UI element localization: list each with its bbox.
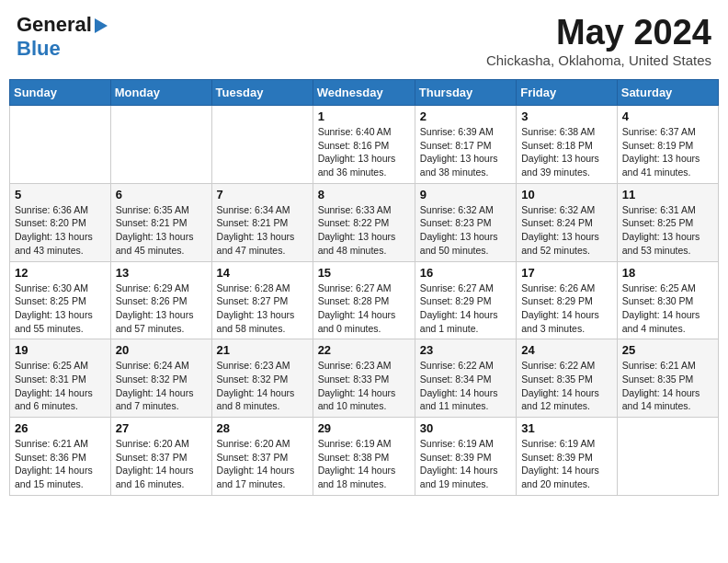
calendar-day-header: Monday (110, 80, 211, 106)
day-number: 23 (420, 343, 511, 357)
logo: General Blue (17, 13, 108, 61)
calendar-day-header: Saturday (617, 80, 718, 106)
calendar-cell: 3Sunrise: 6:38 AMSunset: 8:18 PMDaylight… (517, 106, 618, 184)
day-number: 24 (521, 343, 612, 357)
calendar-cell: 24Sunrise: 6:22 AMSunset: 8:35 PMDayligh… (517, 339, 618, 418)
day-number: 28 (217, 421, 308, 435)
calendar-cell: 28Sunrise: 6:20 AMSunset: 8:37 PMDayligh… (211, 418, 313, 496)
logo-general: General (17, 13, 92, 37)
calendar-day-header: Thursday (415, 80, 516, 106)
day-info: Sunrise: 6:33 AMSunset: 8:22 PMDaylight:… (318, 203, 410, 258)
calendar-cell (10, 106, 111, 184)
day-number: 14 (217, 266, 308, 280)
day-number: 15 (318, 266, 410, 280)
calendar-cell: 1Sunrise: 6:40 AMSunset: 8:16 PMDaylight… (313, 106, 415, 184)
page-header: General Blue May 2024 Chickasha, Oklahom… (9, 9, 719, 72)
day-number: 19 (15, 343, 106, 357)
calendar-cell: 27Sunrise: 6:20 AMSunset: 8:37 PMDayligh… (110, 418, 211, 496)
calendar-week-row: 26Sunrise: 6:21 AMSunset: 8:36 PMDayligh… (10, 418, 719, 496)
calendar-cell: 4Sunrise: 6:37 AMSunset: 8:19 PMDaylight… (617, 106, 718, 184)
day-info: Sunrise: 6:20 AMSunset: 8:37 PMDaylight:… (217, 437, 308, 491)
day-info: Sunrise: 6:25 AMSunset: 8:31 PMDaylight:… (15, 359, 106, 413)
calendar-day-header: Tuesday (211, 80, 313, 106)
calendar-cell: 15Sunrise: 6:27 AMSunset: 8:28 PMDayligh… (313, 261, 415, 339)
location: Chickasha, Oklahoma, United States (486, 52, 711, 68)
day-number: 13 (116, 266, 207, 280)
day-number: 11 (622, 188, 713, 201)
calendar-cell: 10Sunrise: 6:32 AMSunset: 8:24 PMDayligh… (517, 183, 618, 261)
day-number: 5 (15, 188, 106, 201)
calendar-header-row: SundayMondayTuesdayWednesdayThursdayFrid… (10, 80, 719, 106)
calendar-day-header: Friday (517, 80, 618, 106)
day-info: Sunrise: 6:19 AMSunset: 8:39 PMDaylight:… (521, 437, 612, 491)
day-info: Sunrise: 6:22 AMSunset: 8:35 PMDaylight:… (521, 359, 612, 413)
calendar-cell: 19Sunrise: 6:25 AMSunset: 8:31 PMDayligh… (10, 339, 111, 418)
calendar-cell: 5Sunrise: 6:36 AMSunset: 8:20 PMDaylight… (10, 183, 111, 261)
calendar-cell (617, 418, 718, 496)
calendar-cell: 13Sunrise: 6:29 AMSunset: 8:26 PMDayligh… (110, 261, 211, 339)
day-number: 18 (622, 266, 713, 280)
day-info: Sunrise: 6:21 AMSunset: 8:36 PMDaylight:… (15, 437, 106, 491)
day-info: Sunrise: 6:39 AMSunset: 8:17 PMDaylight:… (420, 125, 511, 179)
month-title: May 2024 (486, 13, 711, 52)
calendar-cell: 17Sunrise: 6:26 AMSunset: 8:29 PMDayligh… (517, 261, 618, 339)
day-number: 10 (521, 188, 612, 201)
calendar-week-row: 5Sunrise: 6:36 AMSunset: 8:20 PMDaylight… (10, 183, 719, 261)
day-number: 4 (622, 109, 713, 123)
calendar-cell: 23Sunrise: 6:22 AMSunset: 8:34 PMDayligh… (415, 339, 516, 418)
calendar-cell: 8Sunrise: 6:33 AMSunset: 8:22 PMDaylight… (313, 183, 415, 261)
day-number: 2 (420, 109, 511, 123)
calendar-cell: 14Sunrise: 6:28 AMSunset: 8:27 PMDayligh… (211, 261, 313, 339)
calendar-cell: 16Sunrise: 6:27 AMSunset: 8:29 PMDayligh… (415, 261, 516, 339)
day-number: 25 (622, 343, 713, 357)
day-info: Sunrise: 6:28 AMSunset: 8:27 PMDaylight:… (217, 282, 308, 336)
day-info: Sunrise: 6:19 AMSunset: 8:38 PMDaylight:… (318, 437, 410, 491)
calendar-cell: 29Sunrise: 6:19 AMSunset: 8:38 PMDayligh… (313, 418, 415, 496)
calendar-cell: 6Sunrise: 6:35 AMSunset: 8:21 PMDaylight… (110, 183, 211, 261)
day-number: 27 (116, 421, 207, 435)
day-info: Sunrise: 6:24 AMSunset: 8:32 PMDaylight:… (116, 359, 207, 413)
day-info: Sunrise: 6:38 AMSunset: 8:18 PMDaylight:… (521, 125, 612, 179)
day-number: 8 (318, 188, 410, 201)
day-number: 30 (420, 421, 511, 435)
day-info: Sunrise: 6:40 AMSunset: 8:16 PMDaylight:… (318, 125, 410, 179)
day-number: 9 (420, 188, 511, 201)
day-number: 29 (318, 421, 410, 435)
calendar-cell: 7Sunrise: 6:34 AMSunset: 8:21 PMDaylight… (211, 183, 313, 261)
day-number: 7 (217, 188, 308, 201)
day-info: Sunrise: 6:21 AMSunset: 8:35 PMDaylight:… (622, 359, 713, 413)
calendar-cell: 30Sunrise: 6:19 AMSunset: 8:39 PMDayligh… (415, 418, 516, 496)
calendar-cell (110, 106, 211, 184)
day-info: Sunrise: 6:27 AMSunset: 8:28 PMDaylight:… (318, 282, 410, 336)
calendar-cell: 31Sunrise: 6:19 AMSunset: 8:39 PMDayligh… (517, 418, 618, 496)
logo-blue: Blue (17, 37, 61, 60)
calendar-cell: 26Sunrise: 6:21 AMSunset: 8:36 PMDayligh… (10, 418, 111, 496)
day-info: Sunrise: 6:26 AMSunset: 8:29 PMDaylight:… (521, 282, 612, 336)
calendar-day-header: Wednesday (313, 80, 415, 106)
day-info: Sunrise: 6:22 AMSunset: 8:34 PMDaylight:… (420, 359, 511, 413)
calendar-day-header: Sunday (10, 80, 111, 106)
day-number: 21 (217, 343, 308, 357)
calendar-cell: 20Sunrise: 6:24 AMSunset: 8:32 PMDayligh… (110, 339, 211, 418)
day-info: Sunrise: 6:30 AMSunset: 8:25 PMDaylight:… (15, 282, 106, 336)
day-number: 12 (15, 266, 106, 280)
calendar-week-row: 1Sunrise: 6:40 AMSunset: 8:16 PMDaylight… (10, 106, 719, 184)
day-info: Sunrise: 6:19 AMSunset: 8:39 PMDaylight:… (420, 437, 511, 491)
day-info: Sunrise: 6:32 AMSunset: 8:24 PMDaylight:… (521, 203, 612, 258)
day-number: 16 (420, 266, 511, 280)
day-number: 6 (116, 188, 207, 201)
day-info: Sunrise: 6:20 AMSunset: 8:37 PMDaylight:… (116, 437, 207, 491)
calendar-cell: 11Sunrise: 6:31 AMSunset: 8:25 PMDayligh… (617, 183, 718, 261)
calendar-cell: 2Sunrise: 6:39 AMSunset: 8:17 PMDaylight… (415, 106, 516, 184)
day-number: 1 (318, 109, 410, 123)
day-info: Sunrise: 6:27 AMSunset: 8:29 PMDaylight:… (420, 282, 511, 336)
day-number: 26 (15, 421, 106, 435)
title-section: May 2024 Chickasha, Oklahoma, United Sta… (486, 13, 711, 68)
day-info: Sunrise: 6:29 AMSunset: 8:26 PMDaylight:… (116, 282, 207, 336)
day-number: 3 (521, 109, 612, 123)
day-info: Sunrise: 6:34 AMSunset: 8:21 PMDaylight:… (217, 203, 308, 258)
day-number: 17 (521, 266, 612, 280)
day-number: 22 (318, 343, 410, 357)
day-info: Sunrise: 6:25 AMSunset: 8:30 PMDaylight:… (622, 282, 713, 336)
day-info: Sunrise: 6:35 AMSunset: 8:21 PMDaylight:… (116, 203, 207, 258)
